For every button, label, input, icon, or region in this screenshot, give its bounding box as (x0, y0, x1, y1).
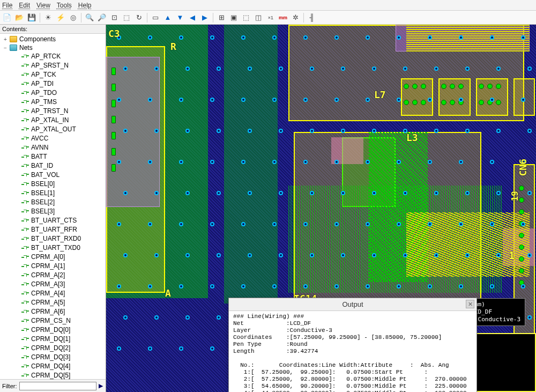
net-item[interactable]: CPRM_DQ[4] (0, 362, 106, 371)
net-item[interactable]: CPRM_A[2] (0, 271, 106, 280)
tool-zoom-sel-icon[interactable]: ⬚ (121, 12, 132, 24)
net-item[interactable]: CPRM_DQ[0] (0, 326, 106, 335)
via (185, 66, 190, 71)
tool-zoom-out-icon[interactable]: 🔎 (96, 12, 108, 24)
net-icon (21, 246, 29, 251)
net-item[interactable]: AP_TCK (0, 70, 106, 79)
net-item[interactable]: CPRM_A[3] (0, 280, 106, 289)
expand-icon[interactable]: + (2, 36, 9, 42)
net-item[interactable]: CPRM_A[4] (0, 289, 106, 298)
menu-file[interactable]: File (2, 2, 12, 9)
tool-up-icon[interactable]: ▲ (162, 12, 174, 24)
net-item[interactable]: CPRM_DQ[5] (0, 371, 106, 379)
net-item[interactable]: AP_TDO (0, 88, 106, 98)
net-item[interactable]: AP_TDI (0, 79, 106, 88)
via (372, 191, 376, 195)
via (241, 222, 245, 226)
net-item[interactable]: BAT_ID (0, 161, 106, 171)
tool-refresh-icon[interactable]: ↻ (133, 12, 145, 24)
tool-x1-icon[interactable]: ×1 (265, 12, 277, 24)
tool-settings-icon[interactable]: ✲ (289, 12, 301, 24)
net-item[interactable]: BT_UART_TXD0 (0, 243, 106, 253)
menu-tools[interactable]: Tools (57, 2, 72, 9)
net-item[interactable]: CPRM_DQ[2] (0, 344, 106, 353)
filter-input[interactable] (19, 382, 96, 390)
via (154, 191, 159, 195)
net-item[interactable]: BAT_VOL (0, 171, 106, 180)
net-label: AP_TDO (31, 89, 57, 97)
tree-scroll[interactable]: + Components − Nets AP_RTCKAP_SRST_NAP_T… (0, 34, 106, 379)
tool-zoom-in-icon[interactable]: 🔍 (84, 12, 95, 24)
tool-open-icon[interactable]: 📂 (13, 12, 25, 24)
tool-down-icon[interactable]: ▼ (174, 12, 186, 24)
net-item[interactable]: AP_SRST_N (0, 61, 106, 70)
tool-left-icon[interactable]: ◀ (187, 12, 198, 24)
via (496, 129, 501, 133)
net-item[interactable]: CPRM_A[5] (0, 298, 106, 307)
tool-light-icon[interactable]: ☀ (42, 12, 54, 24)
tool-units-icon[interactable]: mm (277, 12, 289, 24)
net-item[interactable]: BSEL[0] (0, 180, 106, 189)
separator (213, 13, 213, 23)
via (185, 191, 190, 195)
net-item[interactable]: CPRM_A[6] (0, 307, 106, 316)
filter-go-icon[interactable]: ▶ (99, 382, 104, 390)
output-titlebar[interactable]: Output ✕ (229, 298, 477, 311)
via (272, 98, 277, 102)
net-item[interactable]: CPRM_CS_N (0, 316, 106, 326)
menu-help[interactable]: Help (78, 2, 92, 9)
silk-label: 1 (509, 250, 515, 261)
tool-flash-icon[interactable]: ⚡ (55, 12, 66, 24)
net-item[interactable]: AP_XTAL_OUT (0, 125, 106, 134)
via (248, 129, 252, 133)
net-item[interactable]: AP_TMS (0, 98, 106, 107)
via (272, 35, 277, 40)
via (303, 222, 308, 226)
pcb-canvas[interactable]: C3 R L7 L3 IC14 A CN6 1 19 [LINE](0.075 … (106, 25, 536, 392)
net-label: AVNN (31, 144, 48, 152)
net-item[interactable]: BATT (0, 152, 106, 161)
net-item[interactable]: BSEL[3] (0, 207, 106, 216)
tool-target-icon[interactable]: ◎ (67, 12, 79, 24)
net-icon (21, 91, 29, 96)
net-item[interactable]: BSEL[1] (0, 189, 106, 198)
net-item[interactable]: BT_UART_RFR (0, 225, 106, 234)
net-item[interactable]: BT_UART_RXD0 (0, 234, 106, 243)
net-item[interactable]: CPRM_A[0] (0, 253, 106, 262)
via (272, 222, 277, 226)
net-item[interactable]: AVCC (0, 134, 106, 143)
tool-select-icon[interactable]: ◫ (252, 12, 264, 24)
tool-rect-icon[interactable]: ▭ (150, 12, 161, 24)
net-item[interactable]: CPRM_A[1] (0, 262, 106, 271)
tool-new-icon[interactable]: 📄 (1, 12, 13, 24)
tool-zoom-fit-icon[interactable]: ⊡ (108, 12, 120, 24)
menu-edit[interactable]: Edit (19, 2, 30, 9)
net-icon (21, 145, 29, 151)
via (117, 346, 121, 351)
tool-snap-a-icon[interactable]: ⊞ (215, 12, 227, 24)
tool-column-icon[interactable]: ╢ (306, 12, 318, 24)
via (397, 222, 401, 226)
collapse-icon[interactable]: − (2, 45, 9, 51)
tool-snap-b-icon[interactable]: ▣ (228, 12, 240, 24)
net-item[interactable]: AVNN (0, 143, 106, 152)
net-item[interactable]: AP_TRST_N (0, 107, 106, 116)
net-item[interactable]: CPRM_DQ[3] (0, 353, 106, 362)
via (496, 253, 501, 257)
net-item[interactable]: BSEL[2] (0, 198, 106, 207)
tool-save-icon[interactable]: 💾 (26, 12, 38, 24)
net-item[interactable]: BT_UART_CTS (0, 216, 106, 225)
net-item[interactable]: AP_XTAL_IN (0, 116, 106, 125)
via (428, 160, 432, 164)
net-item[interactable]: AP_RTCK (0, 52, 106, 61)
silk-label: 19 (510, 191, 520, 201)
net-item[interactable]: CPRM_DQ[1] (0, 335, 106, 344)
menu-view[interactable]: View (36, 2, 50, 9)
tool-right-icon[interactable]: ▶ (199, 12, 211, 24)
tree-node-nets[interactable]: − Nets (0, 43, 106, 52)
net-label: BSEL[1] (31, 189, 55, 197)
close-icon[interactable]: ✕ (466, 300, 474, 308)
tool-marquee-icon[interactable]: ⬚ (240, 12, 252, 24)
output-body[interactable]: ### Line(Wiring) ### Net :LCD_DF Layer :… (229, 311, 477, 392)
tree-node-components[interactable]: + Components (0, 35, 106, 43)
